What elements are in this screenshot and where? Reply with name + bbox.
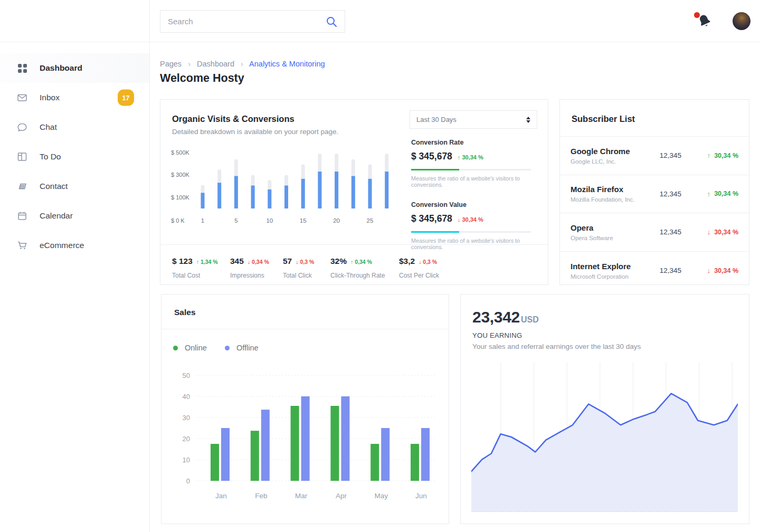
conversion-bar [268, 189, 271, 208]
page-title: Welcome Hosty [160, 72, 244, 85]
conversion-bar [251, 186, 255, 208]
subscriber-list-title: Subscriber List [560, 100, 749, 137]
sidebar-item-todo[interactable]: To Do [0, 142, 149, 172]
sidebar: Dashboard Inbox 17 Chat [0, 0, 150, 532]
svg-text:20: 20 [183, 435, 190, 443]
metric-progress-fill [411, 169, 459, 170]
inbox-badge: 17 [118, 90, 134, 106]
sales-legend: Online Offline [162, 329, 449, 352]
subscriber-row-firefox[interactable]: Mozila Firefox Mozilla Foundation, Inc. … [560, 175, 749, 214]
chevron-right-icon: › [188, 60, 191, 68]
sidebar-item-label: Dashboard [40, 63, 82, 73]
subscriber-name: Opera [571, 223, 652, 232]
svg-text:Apr: Apr [336, 492, 347, 500]
search-input[interactable] [168, 17, 325, 26]
offline-bar [381, 428, 390, 481]
sales-bar-chart: 01020304050JanFebMarAprMayJun [166, 368, 442, 517]
breadcrumb-pages[interactable]: Pages [160, 60, 182, 68]
organic-card-subtitle: Detailed breakdown is available on your … [172, 128, 535, 136]
sidebar-item-contact[interactable]: Contact [0, 172, 149, 201]
sidebar-item-ecommerce[interactable]: eCommerce [0, 231, 149, 260]
notification-bell[interactable] [697, 13, 715, 31]
conversion-bar [201, 193, 205, 208]
organic-visits-card: Organic Visits & Conversions Detailed br… [160, 99, 548, 285]
svg-text:$ 300K: $ 300K [171, 172, 190, 178]
online-bar [291, 406, 299, 481]
svg-text:25: 25 [367, 217, 374, 224]
arrow-down-icon: ↓ [296, 259, 298, 265]
arrow-down-icon: ↓ [707, 267, 711, 274]
sidebar-item-label: eCommerce [40, 241, 84, 250]
stat-total-cost: $ 123 ↑ 1,34 % Total Cost [172, 256, 230, 284]
stat-label: Cost Per Click [399, 272, 439, 279]
legend-dot-green [173, 346, 178, 350]
legend-item-offline[interactable]: Offline [225, 344, 259, 352]
stat-value: 345 [230, 256, 244, 266]
earnings-value: 23,342 [472, 308, 520, 326]
breadcrumb-dashboard[interactable]: Dashboard [197, 60, 234, 68]
conversion-bar [318, 172, 321, 208]
conversion-bar [301, 179, 305, 208]
stat-delta: ↓ 0,3 % [296, 259, 314, 265]
subscriber-row-ie[interactable]: Internet Explore Microsoft Corporation 1… [560, 252, 749, 290]
offline-bar [261, 410, 270, 481]
book-icon [17, 181, 27, 192]
cart-icon [17, 240, 27, 251]
svg-text:10: 10 [266, 217, 273, 224]
layout-icon [17, 151, 27, 162]
sidebar-item-label: Inbox [40, 93, 60, 102]
legend-item-online[interactable]: Online [173, 344, 207, 352]
user-avatar[interactable] [733, 12, 750, 30]
subscriber-company: Opera Software [571, 235, 652, 241]
subscriber-row-chrome[interactable]: Google Chrome Google LLC, Inc. 12,345 ↑ … [560, 137, 749, 175]
metric-value: $ 345,678 [411, 213, 452, 224]
sidebar-item-calendar[interactable]: Calendar [0, 201, 149, 231]
chevron-right-icon: › [241, 60, 243, 68]
conversion-bar [368, 179, 372, 208]
sidebar-item-label: Chat [40, 122, 57, 132]
subscriber-company: Google LLC, Inc. [571, 158, 652, 165]
sales-card: Sales Online Offline 01020304050JanFebMa… [161, 294, 449, 524]
subscriber-count: 12,345 [652, 151, 681, 159]
online-bar [251, 431, 259, 481]
conversion-bar [284, 186, 288, 208]
subscriber-delta: ↓ 30,34 % [695, 267, 738, 274]
svg-text:15: 15 [300, 217, 307, 224]
breadcrumb-active[interactable]: Analytics & Monitoring [249, 60, 325, 68]
metric-value: $ 345,678 [411, 151, 452, 162]
arrow-up-icon: ↑ [196, 259, 199, 265]
arrow-down-icon: ↓ [248, 259, 250, 265]
sidebar-item-dashboard[interactable]: Dashboard [0, 53, 149, 83]
svg-text:20: 20 [333, 217, 340, 224]
stat-value: $ 123 [172, 256, 193, 266]
svg-text:Feb: Feb [255, 492, 267, 500]
sidebar-nav: Dashboard Inbox 17 Chat [0, 42, 149, 260]
metric-progress-track [411, 231, 531, 233]
svg-text:5: 5 [234, 217, 238, 224]
arrow-down-icon: ↓ [458, 216, 461, 223]
stat-label: Click-Through Rate [330, 272, 399, 279]
online-bar [211, 444, 219, 481]
sidebar-item-inbox[interactable]: Inbox 17 [0, 83, 149, 112]
subscriber-name: Internet Explore [571, 262, 652, 271]
date-range-select[interactable]: Last 30 Days [410, 110, 537, 129]
subscriber-row-opera[interactable]: Opera Opera Software 12,345 ↓ 30,34 % [560, 213, 749, 252]
stat-delta: ↓ 0,3 % [419, 259, 437, 265]
sales-card-title: Sales [162, 294, 449, 329]
online-bar [411, 444, 419, 481]
conversion-bar [217, 183, 221, 208]
main-content: Pages › Dashboard › Analytics & Monitori… [150, 42, 760, 532]
svg-text:May: May [374, 492, 388, 500]
earnings-card: 23,342 USD YOU EARNING Your sales and re… [460, 294, 749, 524]
svg-text:Jun: Jun [415, 492, 427, 500]
earnings-area-fill [471, 394, 738, 512]
conversion-bar [385, 172, 388, 208]
online-bar [370, 444, 379, 481]
arrow-up-icon: ↑ [350, 259, 353, 265]
search-icon[interactable] [325, 15, 338, 28]
legend-label: Online [185, 344, 207, 352]
envelope-icon [17, 92, 27, 103]
svg-text:Jan: Jan [215, 492, 227, 500]
sidebar-item-chat[interactable]: Chat [0, 112, 149, 142]
subscriber-count: 12,345 [652, 228, 681, 236]
